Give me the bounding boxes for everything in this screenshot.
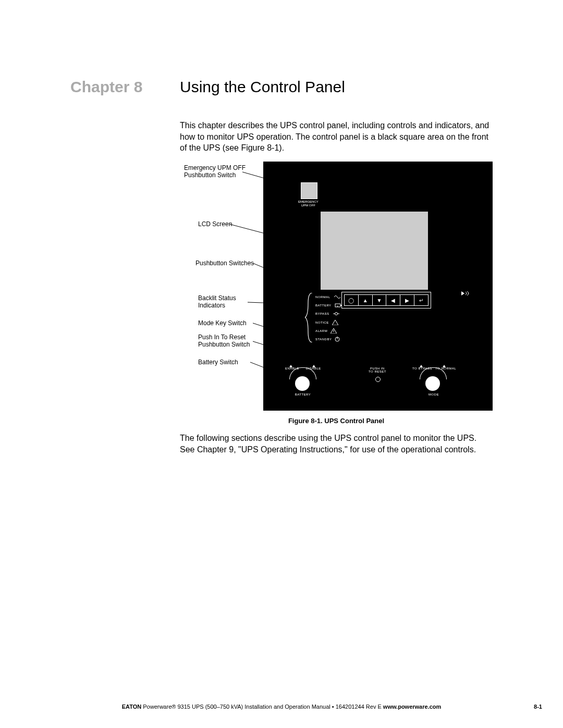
mode-normal-label: TO NORMAL xyxy=(435,367,456,370)
callout-battery: Battery Switch xyxy=(198,359,238,366)
status-bypass: BYPASS xyxy=(315,312,340,316)
reset-label: PUSH INTO RESET xyxy=(364,367,390,373)
body-paragraph-2: The following sections describe using th… xyxy=(180,433,493,455)
footer-brand: EATON xyxy=(122,704,142,710)
svg-rect-8 xyxy=(340,305,341,306)
svg-text:+: + xyxy=(337,304,339,307)
callout-reset: Push In To ResetPushbutton Switch xyxy=(198,334,250,348)
callout-emergency: Emergency UPM OFFPushbutton Switch xyxy=(184,164,246,179)
emergency-upm-off-button[interactable] xyxy=(301,182,317,199)
notice-icon xyxy=(332,320,338,326)
footer-text: Powerware® 9315 UPS (500–750 kVA) Instal… xyxy=(141,704,383,710)
status-standby: STANDBY xyxy=(315,337,340,342)
speaker-icon xyxy=(454,288,475,292)
page-number: 8-1 xyxy=(534,704,542,710)
battery-switch-label: BATTERY xyxy=(293,393,312,396)
lcd-screen xyxy=(321,212,428,290)
chapter-title: Using the Control Panel xyxy=(180,78,345,96)
pushbutton-left[interactable]: ◀ xyxy=(386,295,400,305)
mode-switch-label: MODE xyxy=(427,393,440,396)
brace-icon xyxy=(305,293,314,342)
footer-url: www.powerware.com xyxy=(383,704,441,710)
status-normal: NORMAL xyxy=(315,295,341,300)
callout-lcd: LCD Screen xyxy=(198,220,232,228)
pushbutton-enter[interactable]: ↵ xyxy=(414,295,428,305)
pushbutton-switch-bar: ◯ ▲ ▼ ◀ ▶ ↵ xyxy=(341,292,431,309)
emergency-upm-off-label: EMERGENCYUPM OFF xyxy=(298,200,319,207)
intro-paragraph: This chapter describes the UPS control p… xyxy=(180,120,493,154)
pushbutton-down[interactable]: ▼ xyxy=(373,295,387,305)
pushbutton-1[interactable]: ◯ xyxy=(345,295,359,305)
pushbutton-up[interactable]: ▲ xyxy=(359,295,373,305)
callout-pushbuttons: Pushbutton Switches xyxy=(195,260,254,267)
battery-icon: + xyxy=(335,303,342,308)
power-icon xyxy=(335,337,340,342)
callout-status: Backlit StatusIndicators xyxy=(198,294,236,309)
status-notice: NOTICE xyxy=(315,320,338,326)
status-alarm: ALARM xyxy=(315,328,337,334)
battery-disable-label: DISABLE xyxy=(306,367,321,370)
chapter-label: Chapter 8 xyxy=(70,78,142,96)
bypass-icon xyxy=(333,312,340,316)
mode-key-switch[interactable] xyxy=(425,376,440,391)
svg-point-11 xyxy=(335,313,337,315)
mode-bypass-label: TO BYPASS xyxy=(412,367,432,370)
push-in-to-reset-button[interactable] xyxy=(375,377,381,382)
page-footer: EATON Powerware® 9315 UPS (500–750 kVA) … xyxy=(0,704,563,710)
callout-mode-key: Mode Key Switch xyxy=(198,319,247,327)
battery-switch[interactable] xyxy=(295,376,310,391)
pushbutton-right[interactable]: ▶ xyxy=(400,295,414,305)
ups-control-panel: EMERGENCYUPM OFF ◯ ▲ ▼ ◀ ▶ ↵ NORMAL xyxy=(263,162,493,411)
battery-enable-label: ENABLE xyxy=(285,367,299,370)
sine-icon xyxy=(334,295,341,300)
figure-caption: Figure 8-1. UPS Control Panel xyxy=(180,417,493,425)
alarm-icon xyxy=(331,328,337,334)
status-battery: BATTERY+ xyxy=(315,303,342,308)
